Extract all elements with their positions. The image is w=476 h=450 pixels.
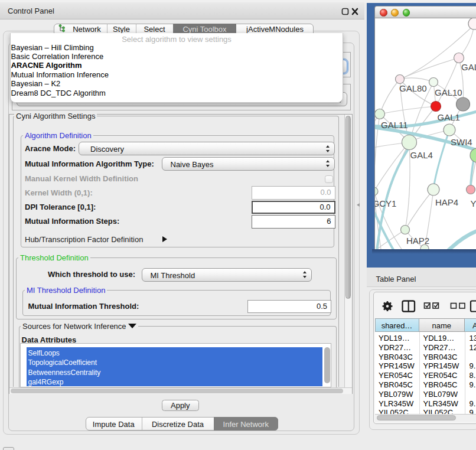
svg-text:HAP2: HAP2 [406, 236, 429, 246]
svg-text:SWI4: SWI4 [451, 137, 472, 147]
svg-text:GAL2: GAL2 [461, 62, 476, 72]
svg-text:GAL4: GAL4 [410, 150, 433, 160]
svg-text:HAP4: HAP4 [435, 197, 458, 207]
svg-text:GAL80: GAL80 [399, 83, 427, 93]
svg-text:GAL1: GAL1 [438, 112, 460, 122]
svg-text:GCY1: GCY1 [375, 198, 396, 208]
svg-text:Y: Y [471, 198, 476, 208]
svg-text:GAL10: GAL10 [435, 87, 462, 97]
svg-text:GAL11: GAL11 [381, 120, 408, 130]
